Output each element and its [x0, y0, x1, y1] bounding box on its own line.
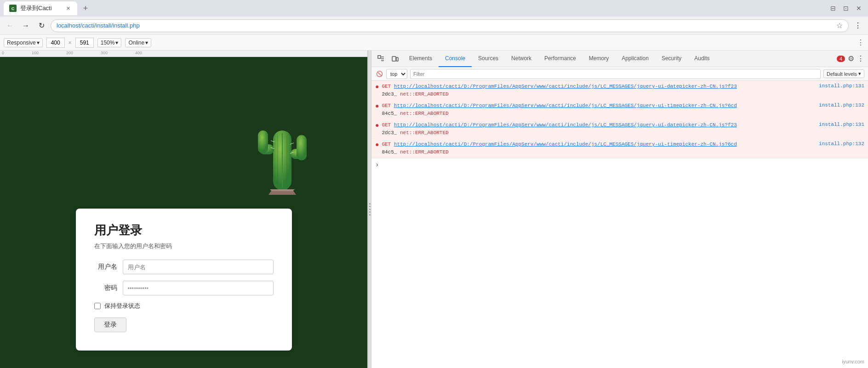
- console-prompt-input[interactable]: [382, 162, 864, 168]
- login-subtitle: 在下面输入您的用户名和密码: [94, 242, 274, 250]
- ruler: 0 100 200 300 400: [0, 51, 367, 57]
- svg-rect-21: [396, 57, 398, 61]
- error-message: net::ERR_ABORTED: [400, 91, 449, 97]
- log-levels-dropdown[interactable]: Default levels ▾: [823, 69, 864, 78]
- back-button[interactable]: ←: [4, 19, 17, 32]
- zoom-chevron-icon: ▾: [115, 40, 118, 46]
- tab-application[interactable]: Application: [615, 51, 655, 67]
- main-area: 0 100 200 300 400: [0, 51, 868, 368]
- tab-elements[interactable]: Elements: [403, 51, 439, 67]
- navigation-bar: ← → ↻ localhost/cacti/install/install.ph…: [0, 17, 868, 35]
- error-message: net::ERR_ABORTED: [400, 111, 449, 116]
- password-input[interactable]: [123, 281, 274, 295]
- error-icon: ●: [375, 141, 379, 148]
- console-error-text: GET http://localhost/cacti/D:/ProgramFil…: [382, 141, 819, 156]
- resize-dot: [369, 203, 371, 204]
- source-filename[interactable]: install.php:132: [819, 141, 864, 147]
- watermark: iyunv.com: [842, 359, 864, 364]
- error-url[interactable]: http://localhost/cacti/D:/ProgramFiles/A…: [394, 122, 737, 128]
- inspect-element-button[interactable]: [375, 53, 387, 65]
- error-icon: ●: [375, 102, 379, 110]
- source-filename[interactable]: install.php:131: [819, 83, 864, 89]
- ruler-mark: 200: [39, 51, 73, 57]
- devtools-panel: Elements Console Sources Network Perform…: [371, 51, 868, 368]
- device-selector[interactable]: Responsive ▾: [4, 38, 43, 47]
- window-controls: ⊟ ⊡ ✕: [828, 3, 864, 14]
- dimension-separator: ×: [69, 40, 72, 46]
- cactus-image: [252, 103, 312, 195]
- network-throttle-selector[interactable]: Online ▾: [125, 38, 151, 47]
- new-tab-button[interactable]: +: [79, 2, 92, 15]
- source-filename[interactable]: install.php:131: [819, 121, 864, 127]
- maximize-button[interactable]: ⊡: [840, 3, 851, 14]
- error-icon: ●: [375, 122, 379, 129]
- tab-close-button[interactable]: ✕: [64, 5, 72, 12]
- zoom-label: 150%: [101, 40, 115, 46]
- devtools-more-button[interactable]: ⋮: [857, 54, 864, 63]
- device-toggle-button[interactable]: [389, 53, 401, 65]
- viewport-width-input[interactable]: [46, 38, 65, 48]
- svg-text:C: C: [11, 6, 15, 11]
- responsive-more-button[interactable]: ⋮: [857, 38, 864, 47]
- resize-dot: [369, 209, 371, 210]
- reload-button[interactable]: ↻: [35, 19, 48, 32]
- error-url[interactable]: http://localhost/cacti/D:/ProgramFiles/A…: [394, 142, 737, 147]
- online-label: Online: [128, 40, 144, 46]
- context-selector[interactable]: top: [386, 69, 407, 79]
- tab-favicon: C: [9, 5, 17, 12]
- tab-performance[interactable]: Performance: [538, 51, 582, 67]
- tab-network[interactable]: Network: [505, 51, 538, 67]
- username-label: 用户名: [94, 263, 117, 271]
- tab-security[interactable]: Security: [655, 51, 688, 67]
- clear-console-button[interactable]: 🚫: [375, 70, 383, 78]
- close-window-button[interactable]: ✕: [853, 3, 864, 14]
- devtools-tabs: Elements Console Sources Network Perform…: [403, 51, 716, 67]
- devtools-settings-button[interactable]: ⚙: [848, 54, 854, 63]
- tab-sources[interactable]: Sources: [472, 51, 505, 67]
- more-button[interactable]: ⋮: [851, 19, 864, 32]
- tab-audits[interactable]: Audits: [688, 51, 716, 67]
- console-error-entry: ● GET http://localhost/cacti/D:/ProgramF…: [371, 81, 868, 100]
- address-bar[interactable]: localhost/cacti/install/install.php ☆: [51, 19, 849, 32]
- bookmark-icon[interactable]: ☆: [836, 21, 843, 30]
- remember-checkbox[interactable]: [94, 303, 101, 309]
- responsive-toolbar: Responsive ▾ × 150% ▾ Online ▾ ⋮: [0, 35, 868, 51]
- console-error-text: GET http://localhost/cacti/D:/ProgramFil…: [382, 83, 819, 98]
- http-method: GET: [382, 122, 394, 128]
- http-method: GET: [382, 142, 394, 147]
- login-button[interactable]: 登录: [94, 317, 126, 332]
- devtools-toolbar: Elements Console Sources Network Perform…: [371, 51, 868, 67]
- username-row: 用户名: [94, 260, 274, 274]
- active-tab[interactable]: C 登录到Cacti ✕: [4, 1, 77, 15]
- forward-button[interactable]: →: [19, 19, 32, 32]
- minimize-button[interactable]: ⊟: [828, 3, 839, 14]
- resize-dots: [369, 203, 371, 215]
- username-input[interactable]: [123, 260, 274, 274]
- svg-rect-20: [392, 57, 396, 61]
- devtools-right-controls: 4 ⚙ ⋮: [837, 54, 864, 63]
- remember-row: 保持登录状态: [94, 302, 274, 310]
- cacti-login-background: 用户登录 在下面输入您的用户名和密码 用户名 密码 保持登录状态: [0, 57, 367, 368]
- source-filename[interactable]: install.php:132: [819, 102, 864, 108]
- remember-label: 保持登录状态: [104, 302, 140, 310]
- console-toolbar: 🚫 top Default levels ▾: [371, 67, 868, 81]
- error-url[interactable]: http://localhost/cacti/D:/ProgramFiles/A…: [394, 84, 737, 89]
- device-label: Responsive: [7, 40, 36, 46]
- password-row: 密码: [94, 281, 274, 295]
- viewport-height-input[interactable]: [75, 38, 94, 48]
- http-method: GET: [382, 84, 394, 89]
- error-url[interactable]: http://localhost/cacti/D:/ProgramFiles/A…: [394, 103, 737, 108]
- tab-console[interactable]: Console: [439, 51, 472, 67]
- login-title: 用户登录: [94, 222, 274, 238]
- address-text: localhost/cacti/install/install.php: [57, 22, 836, 29]
- ruler-mark: 0: [0, 51, 4, 57]
- http-method: GET: [382, 103, 394, 108]
- zoom-selector[interactable]: 150% ▾: [97, 38, 122, 47]
- ruler-mark: 100: [4, 51, 39, 57]
- console-filter-input[interactable]: [410, 69, 821, 79]
- devtools-resize-handle[interactable]: [368, 51, 371, 368]
- tab-memory[interactable]: Memory: [582, 51, 615, 67]
- resize-dot: [369, 206, 371, 207]
- prompt-arrow-icon: ›: [375, 161, 379, 169]
- error-count-badge: 4: [837, 56, 845, 62]
